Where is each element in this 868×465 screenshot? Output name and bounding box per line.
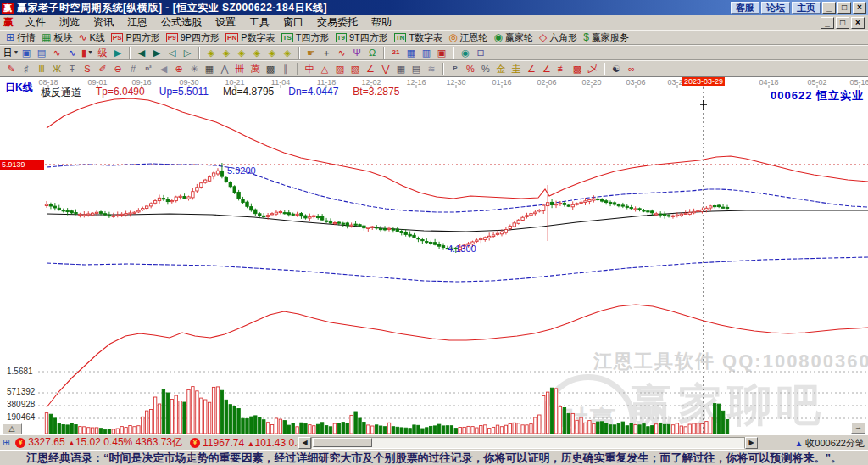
p-square-button[interactable]: PSP四方形 — [108, 31, 163, 44]
fan-lines-icon[interactable]: △ — [317, 62, 332, 76]
quote-grid-icon[interactable]: ⊞ — [3, 437, 10, 448]
candle-style-dropdown[interactable]: ▮▼ — [80, 46, 95, 59]
calculator-icon[interactable]: ▦ — [403, 46, 419, 59]
quote-screen-icon[interactable]: ▣ — [19, 46, 34, 59]
scrollbar-track[interactable] — [311, 437, 745, 449]
9t-square-button[interactable]: T99T四方形 — [333, 31, 391, 44]
menu-browse[interactable]: 浏览 — [53, 15, 86, 30]
period-day-dropdown[interactable]: 日▼ — [3, 46, 19, 59]
barcode-icon[interactable]: ∥ — [278, 62, 293, 76]
menu-settings[interactable]: 设置 — [209, 15, 242, 30]
gann-grid2-icon[interactable]: Ж — [49, 62, 64, 76]
p-table-button[interactable]: PNP数字表 — [223, 31, 277, 44]
zoom-out-all-icon[interactable]: ◈ — [264, 46, 280, 59]
mdi-restore-button[interactable]: □ — [836, 17, 849, 29]
forum-link[interactable]: 论坛 — [761, 2, 790, 14]
dense-box-icon[interactable]: ▩ — [570, 62, 585, 76]
infinity-icon[interactable]: ∞ — [624, 62, 639, 76]
time-grid-icon[interactable]: # — [125, 62, 141, 76]
prev-bar-icon[interactable]: ◁ — [164, 46, 180, 59]
chart-panel[interactable]: 江恩工具软件 QQ:100800360 赢家聊吧 财赢 日K线 000622 恒… — [0, 76, 868, 434]
pane-collapse-button[interactable]: △ — [2, 423, 22, 434]
next-bar-icon[interactable]: ▷ — [180, 46, 195, 59]
starburst-icon[interactable]: ✳ — [186, 62, 202, 76]
download-data-icon[interactable]: ◉ — [458, 46, 473, 59]
minimize-button[interactable]: _ — [822, 2, 836, 14]
gann-grid-icon[interactable]: Ⅲ — [34, 62, 49, 76]
restore-button[interactable]: □ — [837, 2, 851, 14]
crosshair-tool-icon[interactable]: ＋ — [319, 46, 334, 59]
first-bar-icon[interactable]: ◀ — [134, 46, 149, 59]
winner-wheel-button[interactable]: ◉赢家轮 — [492, 31, 536, 44]
taiji-icon[interactable]: ☯ — [609, 62, 624, 76]
slash-icon[interactable]: 乄 — [585, 62, 600, 76]
center-line-icon[interactable]: 中 — [302, 62, 317, 76]
shade-box-icon[interactable]: ▩ — [263, 62, 278, 76]
mdi-close-button[interactable]: × — [851, 17, 865, 29]
select-arrow-icon[interactable]: ◀ — [156, 62, 171, 76]
angle-lines-icon[interactable]: ⋀ — [217, 62, 232, 76]
chart-scroll-right-button[interactable]: → — [851, 422, 865, 434]
hatch-box2-icon[interactable]: ▧ — [348, 62, 363, 76]
menu-file[interactable]: 文件 — [19, 15, 53, 30]
close-button[interactable]: × — [853, 2, 866, 14]
wave-tool-icon[interactable]: ∿ — [334, 46, 349, 59]
kline-red-icon[interactable]: ∿ — [49, 46, 64, 59]
gann-line-icon[interactable]: ♯ — [19, 62, 34, 76]
price-ruler-icon[interactable]: Ŧ — [64, 62, 80, 76]
overlay-indicator-icon[interactable]: 级 — [95, 46, 110, 59]
wave-lines-icon[interactable]: ≋ — [424, 62, 439, 76]
menu-help[interactable]: 帮助 — [364, 15, 398, 30]
t-square-button[interactable]: TST四方形 — [279, 31, 332, 44]
cycle-circle-icon[interactable]: ⊖ — [110, 62, 125, 76]
order-entry-icon[interactable]: ⊟ — [473, 46, 488, 59]
check-line-icon[interactable]: ⋁ — [378, 62, 393, 76]
title-bar[interactable]: 赢 赢家老子时空周期系统[纵横版] - [恒立实业 SZ000622-184日K… — [0, 0, 868, 15]
9p-square-button[interactable]: P99P四方形 — [164, 31, 222, 44]
calendar-icon[interactable]: 21 — [388, 46, 403, 59]
kline-blue-icon[interactable]: ∿ — [64, 46, 80, 59]
flag-icon[interactable]: ▶ — [110, 46, 125, 59]
scroll-left-icon[interactable]: ◀ — [298, 437, 311, 449]
save-icon[interactable]: ▣ — [434, 46, 449, 59]
angle-tool-icon[interactable]: ∠ — [363, 62, 378, 76]
scrollbar-thumb[interactable] — [313, 438, 372, 447]
step-lines-icon[interactable]: ≢ — [554, 62, 570, 76]
percent-red-icon[interactable]: % — [463, 62, 478, 76]
red-wan-icon[interactable]: 萬 — [248, 62, 263, 76]
menu-trade-order[interactable]: 交易委托 — [310, 15, 364, 30]
angle-f-icon[interactable]: ∠ — [524, 62, 539, 76]
hatch-box-icon[interactable]: ▨ — [332, 62, 348, 76]
t-table-button[interactable]: TNT数字表 — [392, 31, 445, 44]
gann-wheel-button[interactable]: ◎江恩轮 — [446, 31, 490, 44]
zoom-out-h-icon[interactable]: ◈ — [203, 46, 219, 59]
winner-service-button[interactable]: $赢家服务 — [581, 31, 632, 44]
grid-box-icon[interactable]: ▦ — [393, 62, 409, 76]
scroll-right-icon[interactable]: ▶ — [745, 437, 758, 449]
n-square-icon[interactable]: n² — [141, 62, 156, 76]
sh-index-icon[interactable]: ¥ — [15, 438, 25, 448]
menu-tools[interactable]: 工具 — [242, 15, 276, 30]
horizontal-scrollbar[interactable]: ◀ ▶ — [298, 437, 758, 449]
zoom-in-all-icon[interactable]: ◈ — [280, 46, 295, 59]
golden-section-icon[interactable]: 金 — [493, 62, 509, 76]
draw-pencil-icon[interactable]: ✎ — [3, 62, 19, 76]
sectors-button[interactable]: ▦板块 — [39, 31, 75, 44]
menu-window[interactable]: 窗口 — [276, 15, 310, 30]
hand-tool-icon[interactable]: ☛ — [303, 46, 319, 59]
marker-pen-icon[interactable]: ✐ — [95, 62, 110, 76]
last-bar-icon[interactable]: ▶ — [149, 46, 164, 59]
quotes-button[interactable]: ⊞行情 — [3, 31, 38, 44]
chart-canvas[interactable] — [0, 77, 868, 434]
gann-tools-icon[interactable]: Ψ — [349, 46, 364, 59]
menu-gann[interactable]: 江恩 — [120, 15, 154, 30]
golden-box-icon[interactable]: 圭 — [509, 62, 524, 76]
sz-index-icon[interactable]: ¥ — [190, 438, 200, 448]
measure-icon[interactable]: P — [448, 62, 463, 76]
homepage-link[interactable]: 主页 — [792, 2, 821, 14]
percent-icon[interactable]: % — [478, 62, 493, 76]
zoom-in-v-icon[interactable]: ◈ — [249, 46, 264, 59]
list-box-icon[interactable]: ▤ — [409, 62, 424, 76]
mdi-minimize-button[interactable]: _ — [821, 17, 834, 29]
menu-formula-stock-pick[interactable]: 公式选股 — [154, 15, 209, 30]
